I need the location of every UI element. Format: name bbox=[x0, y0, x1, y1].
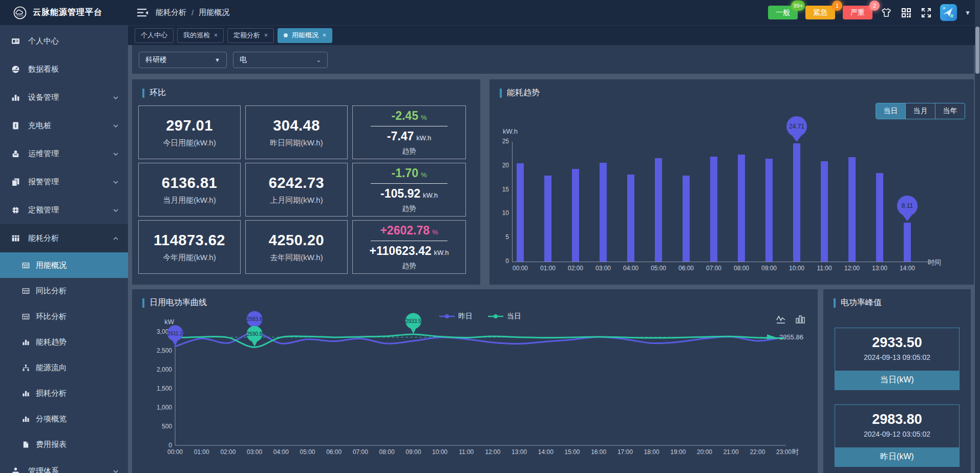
bar bbox=[904, 223, 911, 262]
scrollbar-thumb[interactable] bbox=[975, 27, 979, 74]
line-y-tick: 0 bbox=[168, 442, 172, 449]
ops-tool-icon bbox=[11, 149, 20, 158]
building-select[interactable]: 科研楼 ▼ bbox=[139, 52, 227, 68]
bar-y-tick: 10 bbox=[489, 209, 509, 217]
stat-value: 114873.62 bbox=[154, 232, 225, 249]
bar-chart-plot: 051015202500:0001:0002:0003:0004:0005:00… bbox=[489, 79, 974, 285]
pin-tail bbox=[792, 136, 801, 142]
collapse-menu-icon[interactable] bbox=[137, 8, 148, 17]
sidebar-item-energy-analysis[interactable]: 能耗分析 bbox=[0, 224, 128, 252]
bar-x-tick: 02:00 bbox=[562, 265, 589, 272]
tab-close-icon[interactable]: × bbox=[323, 32, 326, 38]
tab-close-icon[interactable]: × bbox=[264, 32, 268, 38]
stat-box-last-month: 6242.73 上月同期(kW.h) bbox=[245, 163, 348, 217]
sidebar-item-quota-mgmt[interactable]: 定额管理 bbox=[0, 196, 128, 224]
sidebar-item-mgmt-system[interactable]: 管理体系 bbox=[0, 457, 128, 473]
sidebar-subitem-loss-analysis[interactable]: 损耗分析 bbox=[0, 380, 128, 406]
trend-pct-unit: % bbox=[421, 114, 427, 121]
chevron-up-icon bbox=[113, 235, 119, 242]
line-y-tick: 2,000 bbox=[157, 366, 172, 373]
org-icon bbox=[11, 467, 20, 473]
active-tab-dot bbox=[284, 33, 288, 37]
table-icon bbox=[22, 287, 30, 295]
user-avatar[interactable] bbox=[940, 4, 957, 21]
line-x-tick: 03:00 bbox=[247, 448, 262, 456]
sidebar-subitem-label: 分项概览 bbox=[36, 414, 67, 424]
line-x-tick: 23:00 bbox=[776, 448, 792, 456]
bar-y-tick: 5 bbox=[489, 233, 509, 241]
bar bbox=[655, 158, 662, 262]
breadcrumb: 能耗分析 / 用能概况 bbox=[156, 8, 229, 17]
sidebar-subitem-energy-overview[interactable]: 用能概况 bbox=[0, 252, 128, 278]
bar-x-tick: 12:00 bbox=[839, 265, 865, 272]
stat-label: 昨日同期(kW.h) bbox=[270, 138, 323, 148]
alert-severe-button[interactable]: 严重 2 bbox=[843, 6, 872, 19]
qr-code-icon[interactable] bbox=[900, 7, 912, 19]
peak-today-button[interactable]: 当日(kW) bbox=[835, 371, 959, 390]
line-x-tick: 12:00 bbox=[485, 448, 500, 456]
tab-close-icon[interactable]: × bbox=[214, 32, 218, 38]
daily-power-card: 日用电功率曲线 昨日 当日 kW05001,0001,5002,0002,500… bbox=[132, 289, 818, 473]
bar-y-tick: 0 bbox=[489, 257, 509, 265]
app-logo-cloud-icon bbox=[13, 6, 27, 19]
stat-value: 6136.81 bbox=[162, 175, 217, 191]
sidebar-subitem-yoy-analysis[interactable]: 同比分析 bbox=[0, 278, 128, 304]
stat-label: 去年同期(kW.h) bbox=[270, 253, 323, 263]
breadcrumb-section[interactable]: 能耗分析 bbox=[156, 8, 186, 17]
stat-box-this-year: 114873.62 今年用能(kW.h) bbox=[138, 220, 241, 274]
sidebar-subitem-energy-flow[interactable]: 能源流向 bbox=[0, 355, 128, 380]
trend-box-month: -1.70% -105.92kW.h 趋势 bbox=[352, 163, 466, 217]
main-area: 能耗分析 / 用能概况 一般 99+ 紧急 1 严重 2 bbox=[128, 0, 980, 473]
sidebar-subitem-subitem-overview[interactable]: 分项概览 bbox=[0, 406, 128, 432]
bar-x-tick: 09:00 bbox=[756, 265, 782, 272]
sidebar-item-ops-mgmt[interactable]: 运维管理 bbox=[0, 140, 128, 168]
stat-box-yesterday: 304.48 昨日同期(kW.h) bbox=[245, 105, 348, 159]
tab-quota-analysis[interactable]: 定额分析 × bbox=[227, 28, 274, 43]
trend-label: 趋势 bbox=[402, 147, 416, 156]
alert-urgent-button[interactable]: 紧急 1 bbox=[805, 6, 835, 19]
app-title: 云脉能源管理平台 bbox=[33, 7, 102, 18]
line-y-axis-unit: kW bbox=[164, 318, 175, 326]
sidebar-item-charging-pile[interactable]: 充电桩 bbox=[0, 112, 128, 140]
bar bbox=[572, 169, 579, 262]
filter-bar: 科研楼 ▼ 电 ⌄ bbox=[132, 45, 974, 74]
line-x-tick: 21:00 bbox=[723, 448, 739, 456]
bar bbox=[848, 157, 856, 262]
fullscreen-icon[interactable] bbox=[920, 7, 932, 19]
trend-abs: +110623.42 bbox=[370, 244, 432, 257]
header-actions: 一般 99+ 紧急 1 严重 2 bbox=[768, 4, 971, 21]
tab-energy-overview[interactable]: 用能概况 × bbox=[278, 28, 332, 43]
line-pin-label: 2933.5 bbox=[406, 318, 421, 324]
sidebar-subitem-label: 能耗趋势 bbox=[36, 337, 67, 347]
mom-card-title: 环比 bbox=[150, 88, 166, 98]
sidebar-item-alarm-mgmt[interactable]: 报警管理 bbox=[0, 168, 128, 196]
line-x-tick: 18:00 bbox=[644, 448, 659, 456]
energy-type-select[interactable]: 电 ⌄ bbox=[233, 52, 328, 68]
peak-yesterday-button[interactable]: 昨日(kW) bbox=[835, 447, 959, 466]
sidebar-subitem-cost-report[interactable]: 费用报表 bbox=[0, 432, 128, 457]
line-x-tick: 08:00 bbox=[379, 448, 395, 456]
stat-value: 6242.73 bbox=[269, 175, 324, 191]
bar-y-tick: 20 bbox=[489, 162, 509, 169]
stat-value: 304.48 bbox=[273, 117, 320, 134]
sidebar-item-dashboard[interactable]: 数据看板 bbox=[0, 55, 128, 83]
tab-personal-center[interactable]: 个人中心 bbox=[135, 28, 174, 43]
trend-divider bbox=[371, 183, 448, 184]
sidebar-item-device-mgmt[interactable]: 设备管理 bbox=[0, 83, 128, 112]
sidebar-item-personal-center[interactable]: 个人中心 bbox=[0, 27, 128, 55]
alert-general-button[interactable]: 一般 99+ bbox=[768, 6, 798, 19]
line-pin-label: 2611.2 bbox=[167, 331, 183, 336]
sidebar-subitem-label: 用能概况 bbox=[36, 261, 67, 270]
tab-my-inspection[interactable]: 我的巡检 × bbox=[177, 28, 224, 43]
charging-pile-icon bbox=[11, 121, 20, 130]
avatar-dropdown-caret[interactable]: ▼ bbox=[965, 9, 971, 16]
energy-select-value: 电 bbox=[240, 55, 247, 64]
theme-skin-icon[interactable] bbox=[880, 7, 892, 19]
card-title-row: 环比 bbox=[132, 79, 480, 98]
bar-x-tick: 00:00 bbox=[507, 265, 534, 272]
select-caret-icon: ▼ bbox=[215, 57, 220, 63]
bar-x-tick: 03:00 bbox=[590, 265, 616, 272]
sidebar-subitem-energy-trend[interactable]: 能耗趋势 bbox=[0, 329, 128, 355]
sidebar-subitem-mom-analysis[interactable]: 环比分析 bbox=[0, 304, 128, 329]
alert-general-badge: 99+ bbox=[791, 1, 805, 11]
